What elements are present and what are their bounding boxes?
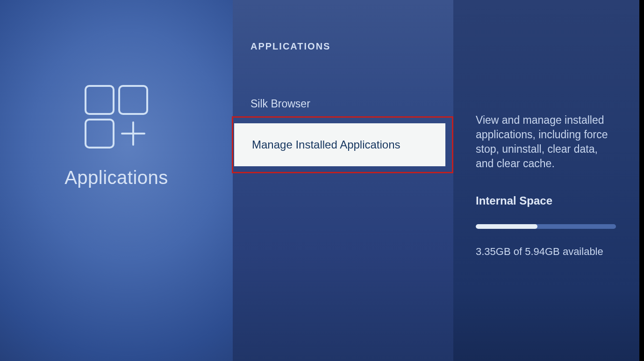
category-panel: Applications xyxy=(0,0,233,361)
menu-item-selected-highlight: Manage Installed Applications xyxy=(234,123,445,166)
storage-progress-fill xyxy=(476,224,537,229)
detail-description: View and manage installed applications, … xyxy=(476,113,617,171)
menu-item-manage-installed-applications[interactable]: Manage Installed Applications xyxy=(232,116,453,173)
internal-space-title: Internal Space xyxy=(476,194,617,207)
applications-icon xyxy=(84,84,149,149)
menu-item-label: Manage Installed Applications xyxy=(252,138,401,151)
category-title: Applications xyxy=(64,167,168,188)
settings-list-header: APPLICATIONS xyxy=(233,41,453,52)
settings-list-panel: APPLICATIONS Silk Browser Manage Install… xyxy=(233,0,453,361)
storage-progress-bar xyxy=(476,224,616,229)
menu-item-label: Silk Browser xyxy=(250,98,310,110)
storage-available-text: 3.35GB of 5.94GB available xyxy=(476,246,617,258)
menu-item-silk-browser[interactable]: Silk Browser xyxy=(233,91,453,116)
detail-panel: View and manage installed applications, … xyxy=(453,0,644,361)
svg-rect-2 xyxy=(86,120,114,148)
svg-rect-1 xyxy=(119,86,147,114)
svg-rect-0 xyxy=(86,86,114,114)
